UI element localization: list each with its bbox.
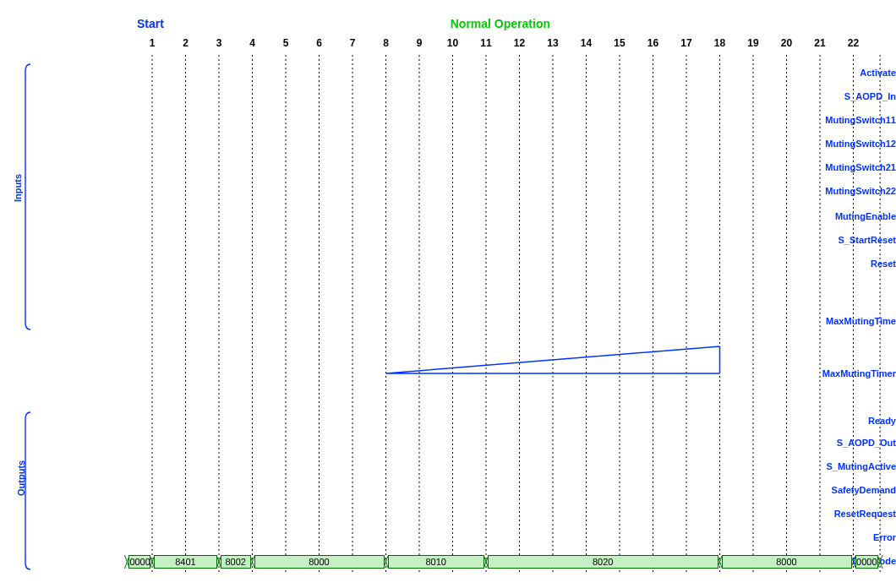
diagcode-segment: 0000 <box>128 555 150 569</box>
tick-label: 16 <box>647 37 658 49</box>
tick-label: 8 <box>383 37 389 49</box>
diagcode-segment: 8401 <box>154 555 217 569</box>
tick-label: 13 <box>547 37 558 49</box>
title-start: Start <box>137 17 164 30</box>
tick-label: 9 <box>417 37 423 49</box>
tick-label: 7 <box>350 37 356 49</box>
group-label-inputs: Inputs <box>13 174 23 202</box>
signal-label-mutingswitch12: MutingSwitch12 <box>757 139 896 149</box>
tick-label: 18 <box>714 37 725 49</box>
tick-label: 21 <box>814 37 825 49</box>
signal-label-smutingactive: S_MutingActive <box>757 461 896 471</box>
signal-label-saopdout: S_AOPD_Out <box>757 438 896 448</box>
title-normal: Normal Operation <box>451 17 550 30</box>
tick-label: 12 <box>514 37 525 49</box>
signal-label-error: Error <box>757 532 896 542</box>
signal-label-activate: Activate <box>757 68 896 78</box>
signal-label-ready: Ready <box>757 416 896 426</box>
tick-label: 5 <box>283 37 289 49</box>
signal-label-reset: Reset <box>757 259 896 269</box>
signal-label-mutingenable: MutingEnable <box>757 211 896 221</box>
tick-label: 11 <box>480 37 491 49</box>
signal-label-maxmutingtime: MaxMutingTime <box>757 316 896 326</box>
diagcode-segment: 8020 <box>488 555 718 569</box>
signal-label-mutingswitch21: MutingSwitch21 <box>757 162 896 172</box>
signal-label-maxmutingtimer: MaxMutingTimer <box>757 368 896 378</box>
diagcode-segment: 8010 <box>388 555 485 569</box>
diagcode-segment: 0000 <box>855 555 879 569</box>
diagcode-segment: 8002 <box>221 555 251 569</box>
tick-label: 20 <box>781 37 792 49</box>
diagcode-segment: 8000 <box>722 555 852 569</box>
signal-label-mutingswitch22: MutingSwitch22 <box>757 186 896 196</box>
tick-label: 3 <box>216 37 222 49</box>
signal-label-resetrequest: ResetRequest <box>757 509 896 519</box>
tick-label: 10 <box>447 37 458 49</box>
signal-label-safetydemand: SafetyDemand <box>757 485 896 495</box>
diagcode-segment: 8000 <box>254 555 385 569</box>
tick-label: 2 <box>183 37 188 49</box>
signal-label-sstartreset: S_StartReset <box>757 235 896 245</box>
tick-label: 1 <box>150 37 156 49</box>
tick-label: 4 <box>249 37 255 49</box>
tick-label: 6 <box>316 37 322 49</box>
group-label-outputs: Outputs <box>16 460 26 496</box>
signal-label-saopdin: S_AOPD_In <box>757 91 896 101</box>
tick-label: 15 <box>614 37 625 49</box>
signal-label-mutingswitch11: MutingSwitch11 <box>757 115 896 125</box>
tick-label: 22 <box>848 37 859 49</box>
tick-label: 19 <box>747 37 758 49</box>
tick-label: 17 <box>680 37 691 49</box>
tick-label: 14 <box>581 37 592 49</box>
